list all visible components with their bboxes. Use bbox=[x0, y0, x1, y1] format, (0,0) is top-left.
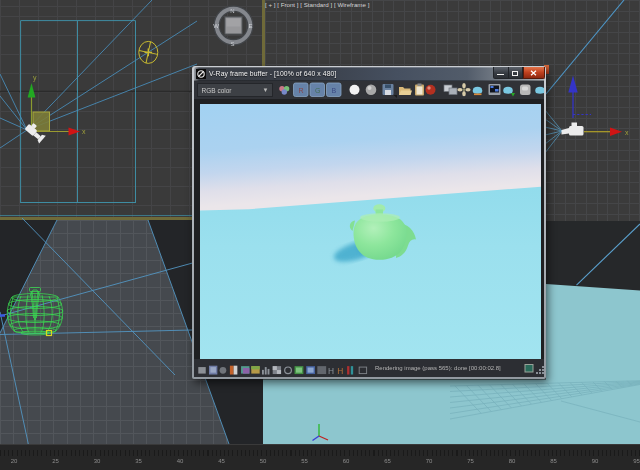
svg-text:H: H bbox=[328, 366, 334, 376]
svg-text:x: x bbox=[625, 129, 629, 136]
svg-text:S: S bbox=[231, 41, 235, 47]
svg-text:E: E bbox=[249, 23, 253, 29]
svg-text:G: G bbox=[315, 87, 320, 94]
svg-text:R: R bbox=[299, 87, 304, 94]
svg-text:Rendering image (pass 565): do: Rendering image (pass 565): done [00:00:… bbox=[375, 365, 501, 371]
svg-text:B: B bbox=[332, 87, 337, 94]
svg-text:y: y bbox=[33, 74, 37, 82]
svg-text:H: H bbox=[337, 366, 343, 376]
svg-text:N: N bbox=[230, 8, 234, 14]
svg-text:x: x bbox=[82, 128, 86, 135]
svg-text:W: W bbox=[213, 23, 219, 29]
